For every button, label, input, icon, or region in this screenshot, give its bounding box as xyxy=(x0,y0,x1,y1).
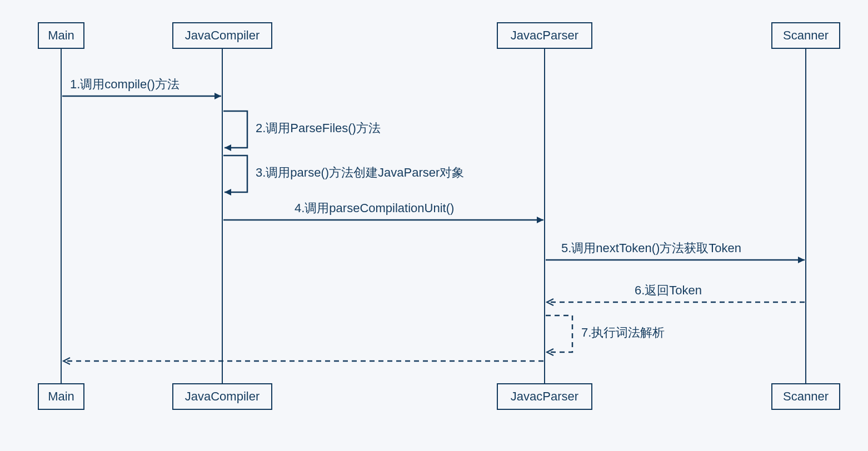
arrow-m7 xyxy=(546,315,572,352)
message-label-m7: 7.执行词法解析 xyxy=(581,324,665,341)
participant-parser-bottom: JavacParser xyxy=(497,383,592,410)
participant-label: JavacParser xyxy=(511,389,578,404)
participant-label: JavaCompiler xyxy=(185,28,260,43)
participant-parser-top: JavacParser xyxy=(497,22,592,49)
participant-compiler-bottom: JavaCompiler xyxy=(172,383,272,410)
message-label-m2: 2.调用ParseFiles()方法 xyxy=(256,120,381,137)
arrow-m2 xyxy=(223,111,247,148)
message-label-m4: 4.调用parseCompilationUnit() xyxy=(295,200,454,217)
message-label-m1: 1.调用compile()方法 xyxy=(70,76,179,93)
participant-scanner-top: Scanner xyxy=(771,22,840,49)
participant-label: Main xyxy=(48,28,74,43)
sequence-diagram: Main JavaCompiler JavacParser Scanner Ma… xyxy=(0,0,868,451)
participant-scanner-bottom: Scanner xyxy=(771,383,840,410)
message-label-m5: 5.调用nextToken()方法获取Token xyxy=(561,240,741,257)
participant-label: Scanner xyxy=(783,28,829,43)
participant-main-top: Main xyxy=(38,22,84,49)
arrow-m3 xyxy=(223,156,247,192)
message-label-m3: 3.调用parse()方法创建JavaParser对象 xyxy=(256,164,464,181)
participant-label: JavacParser xyxy=(511,28,578,43)
participant-compiler-top: JavaCompiler xyxy=(172,22,272,49)
participant-label: JavaCompiler xyxy=(185,389,260,404)
diagram-svg xyxy=(0,0,868,451)
participant-main-bottom: Main xyxy=(38,383,84,410)
participant-label: Scanner xyxy=(783,389,829,404)
message-label-m6: 6.返回Token xyxy=(635,282,702,299)
participant-label: Main xyxy=(48,389,74,404)
